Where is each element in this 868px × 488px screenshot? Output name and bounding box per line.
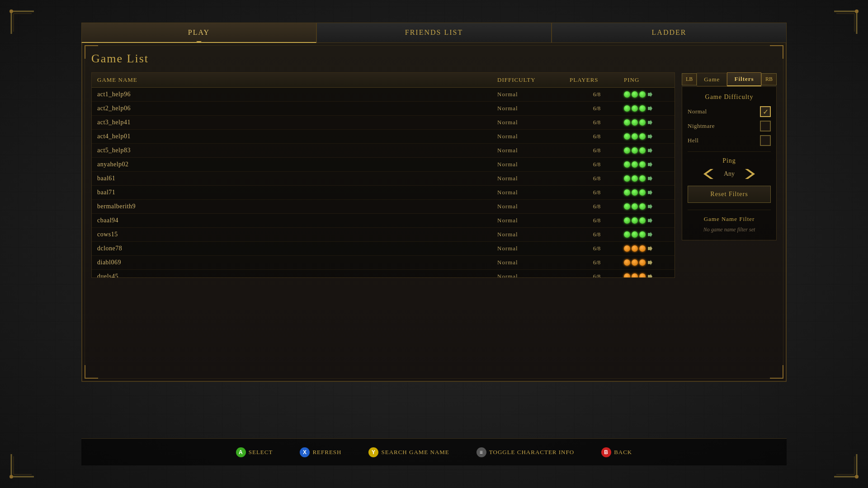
cell-game-name: baal61 [97, 175, 497, 182]
ping-dot [639, 175, 646, 182]
table-row[interactable]: act1_help96Normal6/8 [92, 88, 675, 102]
ping-dot [624, 91, 630, 98]
ping-dot [624, 245, 630, 252]
filter-nightmare-row: Nightmare [688, 121, 771, 131]
filter-tab-lb[interactable]: LB [682, 73, 697, 85]
cell-players: 6/8 [570, 133, 624, 140]
filter-divider-1 [688, 151, 771, 152]
ping-dot [632, 119, 638, 126]
ping-dot [639, 119, 646, 126]
ping-arrow-icon [648, 232, 652, 237]
cell-game-name: duels45 [97, 273, 497, 277]
cell-players: 6/8 [570, 161, 624, 168]
bottom-action-select[interactable]: ASELECT [236, 447, 273, 457]
table-header: Game Name Difficulty Players Ping [92, 73, 675, 88]
ping-arrow-icon [648, 218, 652, 223]
cell-ping [624, 133, 669, 140]
reset-filters-button[interactable]: Reset Filters [688, 186, 771, 203]
cell-game-name: act5_help83 [97, 147, 497, 154]
ping-dot [639, 273, 646, 277]
filter-hell-checkbox[interactable] [760, 135, 771, 146]
table-row[interactable]: anyahelp02Normal6/8 [92, 158, 675, 172]
col-ping: Ping [624, 76, 669, 84]
table-row[interactable]: act5_help83Normal6/8 [92, 144, 675, 158]
filter-normal-checkbox[interactable] [760, 106, 771, 117]
cell-difficulty: Normal [497, 175, 570, 182]
table-row[interactable]: act3_help41Normal6/8 [92, 116, 675, 130]
cell-ping [624, 161, 669, 168]
cell-difficulty: Normal [497, 133, 570, 140]
ping-arrow-icon [648, 274, 652, 277]
ping-dot [639, 105, 646, 112]
cell-difficulty: Normal [497, 259, 570, 266]
tab-play[interactable]: Play [81, 23, 316, 43]
cell-difficulty: Normal [497, 161, 570, 168]
bottom-action-search-game-name[interactable]: YSEARCH GAME NAME [368, 447, 449, 457]
action-btn-red: B [601, 447, 611, 457]
tab-friends-list[interactable]: Friends List [316, 23, 552, 43]
bottom-action-back[interactable]: BBACK [601, 447, 632, 457]
table-row[interactable]: dclone78Normal6/8 [92, 242, 675, 256]
action-btn-yellow: Y [368, 447, 378, 457]
action-label: SEARCH GAME NAME [381, 449, 449, 456]
cell-ping [624, 259, 669, 266]
ping-dot [632, 161, 638, 168]
ping-dot [639, 245, 646, 252]
filter-tab-filters[interactable]: Filters [727, 72, 761, 86]
ping-dot [624, 161, 630, 168]
filter-tab-game[interactable]: Game [697, 73, 727, 86]
ping-controls: Any [688, 169, 771, 179]
ping-arrow-icon [648, 190, 652, 195]
cell-game-name: baal71 [97, 189, 497, 196]
table-row[interactable]: cbaal94Normal6/8 [92, 214, 675, 228]
ping-dot [624, 231, 630, 238]
cell-game-name: cows15 [97, 231, 497, 238]
table-row[interactable]: baal61Normal6/8 [92, 172, 675, 186]
ping-dot [624, 189, 630, 196]
table-row[interactable]: baal71Normal6/8 [92, 186, 675, 200]
table-row[interactable]: bermalberith9Normal6/8 [92, 200, 675, 214]
table-row[interactable]: duels45Normal6/8 [92, 270, 675, 277]
nav-tabs: Play Friends List Ladder [81, 23, 787, 43]
cell-game-name: bermalberith9 [97, 203, 497, 210]
cell-ping [624, 217, 669, 224]
cell-ping [624, 203, 669, 210]
ping-dot [632, 147, 638, 154]
ping-arrow-icon [648, 162, 652, 167]
cell-ping [624, 91, 669, 98]
ping-prev-button[interactable] [703, 169, 713, 179]
ping-dot [632, 91, 638, 98]
cell-difficulty: Normal [497, 273, 570, 277]
table-row[interactable]: act2_help06Normal6/8 [92, 102, 675, 116]
cell-difficulty: Normal [497, 91, 570, 98]
filter-normal-label: Normal [688, 108, 756, 115]
ping-arrow-icon [648, 204, 652, 209]
ping-dot [624, 175, 630, 182]
cell-difficulty: Normal [497, 119, 570, 126]
ping-dot [624, 203, 630, 210]
tab-ladder[interactable]: Ladder [552, 23, 787, 43]
cell-ping [624, 189, 669, 196]
filter-tab-rb[interactable]: RB [761, 73, 777, 85]
ping-dot [624, 133, 630, 140]
ping-dot [632, 203, 638, 210]
ping-dot [632, 133, 638, 140]
ping-dot [624, 105, 630, 112]
cell-players: 6/8 [570, 91, 624, 98]
ping-next-button[interactable] [745, 169, 755, 179]
cell-game-name: act3_help41 [97, 119, 497, 126]
content-body: Game Name Difficulty Players Ping act1_h… [91, 72, 777, 278]
bottom-bar: ASELECTXREFRESHYSEARCH GAME NAME≡TOGGLE … [81, 438, 787, 465]
ping-arrow-icon [648, 176, 652, 181]
table-row[interactable]: act4_help01Normal6/8 [92, 130, 675, 144]
filter-nightmare-checkbox[interactable] [760, 121, 771, 131]
ping-dot [632, 217, 638, 224]
filter-normal-row: Normal [688, 106, 771, 117]
bottom-action-toggle-character-info[interactable]: ≡TOGGLE CHARACTER INFO [476, 447, 574, 457]
cell-difficulty: Normal [497, 105, 570, 112]
bottom-action-refresh[interactable]: XREFRESH [300, 447, 341, 457]
cell-difficulty: Normal [497, 189, 570, 196]
table-row[interactable]: diabl069Normal6/8 [92, 256, 675, 270]
cell-game-name: anyahelp02 [97, 161, 497, 168]
table-row[interactable]: cows15Normal6/8 [92, 228, 675, 242]
